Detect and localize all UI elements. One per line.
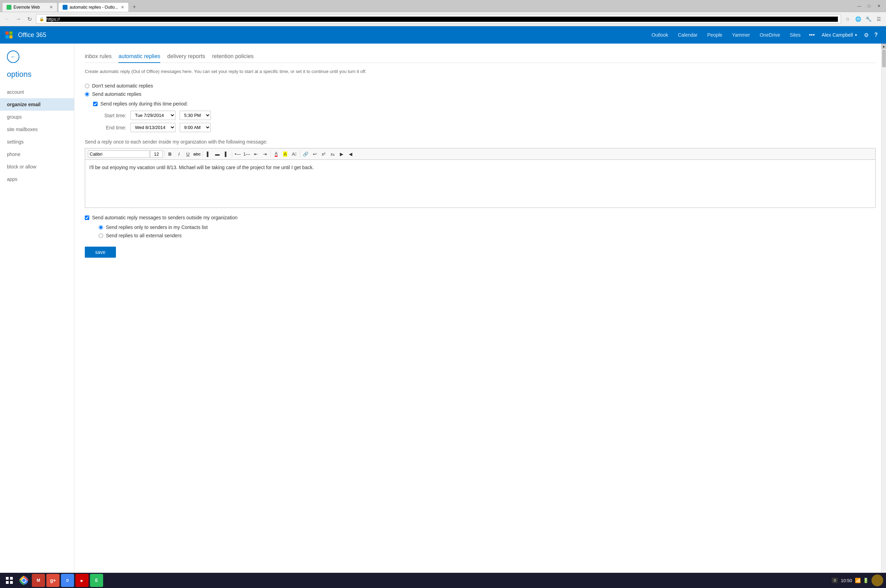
sidebar-item-settings[interactable]: settings xyxy=(0,136,74,148)
tab-delivery-reports[interactable]: delivery reports xyxy=(167,51,205,63)
rtl-button[interactable]: ◀ xyxy=(346,150,355,158)
start-time-select[interactable]: 5:30 PM xyxy=(180,111,211,120)
settings-icon[interactable]: ⚙ xyxy=(861,32,871,38)
end-date-select[interactable]: Wed 8/13/2014 xyxy=(131,123,176,132)
maximize-button[interactable]: □ xyxy=(865,2,874,10)
help-icon[interactable]: ? xyxy=(871,32,880,38)
radio-contacts-only[interactable] xyxy=(99,225,103,230)
taskbar-right: 0 10:50 📶 🔋 xyxy=(832,574,883,583)
font-color-button[interactable]: A xyxy=(272,150,280,158)
align-left-button[interactable]: ▌ xyxy=(204,150,212,158)
back-button[interactable]: ← xyxy=(7,51,20,63)
outlook-tab-title: automatic replies - Outlo... xyxy=(69,5,118,10)
bold-button[interactable]: B xyxy=(166,150,174,158)
sidebar-item-organize-email[interactable]: organize email xyxy=(0,98,74,111)
taskbar-docs[interactable]: D xyxy=(61,574,74,583)
insert-link-button[interactable]: 🔗 xyxy=(301,150,310,158)
align-center-button[interactable]: ▬ xyxy=(213,150,221,158)
clear-format-button[interactable]: A⃠ xyxy=(290,150,298,158)
message-editor[interactable]: I'll be out enjoying my vacation until 8… xyxy=(85,159,875,208)
url-input[interactable] xyxy=(47,16,838,22)
close-button[interactable]: ✕ xyxy=(874,2,883,10)
undo-button[interactable]: ↩ xyxy=(310,150,319,158)
nav-onedrive[interactable]: OneDrive xyxy=(755,26,785,44)
decrease-indent-button[interactable]: ⇤ xyxy=(251,150,260,158)
nav-yammer[interactable]: Yammer xyxy=(727,26,755,44)
sidebar-item-account[interactable]: account xyxy=(0,86,74,98)
sidebar-item-phone[interactable]: phone xyxy=(0,148,74,160)
radio-all-external-label[interactable]: Send replies to all external senders xyxy=(106,233,182,238)
radio-dont-send-label[interactable]: Don't send automatic replies xyxy=(92,83,153,88)
checkbox-time-period[interactable] xyxy=(93,102,98,106)
taskbar-gmail[interactable]: M xyxy=(32,574,45,583)
top-navigation: Office 365 Outlook Calendar People Yamme… xyxy=(0,26,886,44)
sidebar-item-groups[interactable]: groups xyxy=(0,111,74,123)
user-menu[interactable]: Alex Campbell ▼ xyxy=(818,32,861,38)
sidebar-item-apps[interactable]: apps xyxy=(0,173,74,185)
external-checkbox-label[interactable]: Send automatic reply messages to senders… xyxy=(92,215,238,220)
sidebar-item-block-or-allow[interactable]: block or allow xyxy=(0,160,74,173)
nav-people[interactable]: People xyxy=(702,26,728,44)
tab-inbox-rules[interactable]: inbox rules xyxy=(85,51,111,63)
radio-dont-send[interactable] xyxy=(85,84,89,88)
nav-more-button[interactable]: ••• xyxy=(805,32,818,38)
radio-send-group: Send automatic replies xyxy=(85,92,875,97)
checkbox-time-period-label[interactable]: Send replies only during this time perio… xyxy=(100,101,188,106)
menu-icon[interactable]: ☰ xyxy=(874,15,883,24)
strikethrough-button[interactable]: abc xyxy=(193,150,201,158)
nav-outlook[interactable]: Outlook xyxy=(647,26,673,44)
scroll-up-button[interactable]: ▲ xyxy=(881,44,886,49)
checkbox-external-senders[interactable] xyxy=(85,216,89,220)
radio-all-external[interactable] xyxy=(99,234,103,238)
outlook-tab-close[interactable]: ✕ xyxy=(121,5,124,10)
new-tab-button[interactable]: + xyxy=(129,2,139,12)
apps-button[interactable] xyxy=(3,574,16,583)
address-bar[interactable]: 🔒 xyxy=(36,14,841,24)
end-time-select[interactable]: 9:00 AM xyxy=(180,123,211,132)
italic-button[interactable]: I xyxy=(175,150,183,158)
underline-button[interactable]: U xyxy=(184,150,192,158)
taskbar-youtube[interactable]: ▶ xyxy=(75,574,89,583)
ltr-button[interactable]: ▶ xyxy=(337,150,346,158)
bookmark-icon[interactable]: ☆ xyxy=(843,15,852,24)
bullet-list-button[interactable]: •— xyxy=(234,150,242,158)
extension-icon[interactable]: 🔧 xyxy=(864,15,873,24)
align-right-button[interactable]: ▌ xyxy=(222,150,230,158)
nav-sites[interactable]: Sites xyxy=(785,26,805,44)
tab-outlook[interactable]: automatic replies - Outlo... ✕ xyxy=(58,2,129,12)
evernote-tab-close[interactable]: ✕ xyxy=(50,5,53,10)
window-controls: — □ ✕ xyxy=(855,2,883,10)
reload-button[interactable]: ↻ xyxy=(25,15,34,24)
numbered-list-button[interactable]: 1— xyxy=(243,150,251,158)
taskbar-google-plus[interactable]: g+ xyxy=(47,574,60,583)
nav-calendar[interactable]: Calendar xyxy=(673,26,702,44)
minimize-button[interactable]: — xyxy=(855,2,864,10)
radio-send[interactable] xyxy=(85,92,89,96)
taskbar-evernote[interactable]: E xyxy=(90,574,103,583)
sidebar-item-site-mailboxes[interactable]: site mailboxes xyxy=(0,123,74,136)
font-size-input[interactable] xyxy=(150,150,162,158)
highlight-color-button[interactable]: A xyxy=(281,150,289,158)
back-button[interactable]: ← xyxy=(3,15,12,24)
subscript-button[interactable]: x₂ xyxy=(328,150,337,158)
user-chevron-icon: ▼ xyxy=(854,33,857,37)
radio-send-label[interactable]: Send automatic replies xyxy=(92,92,141,97)
radio-contacts-only-label[interactable]: Send replies only to senders in my Conta… xyxy=(106,225,208,230)
font-name-input[interactable] xyxy=(88,150,149,158)
superscript-button[interactable]: x² xyxy=(319,150,328,158)
tab-automatic-replies[interactable]: automatic replies xyxy=(118,51,160,63)
translate-icon[interactable]: 🌐 xyxy=(853,15,862,24)
forward-button[interactable]: → xyxy=(14,15,23,24)
scroll-thumb[interactable] xyxy=(882,50,886,67)
save-button[interactable]: save xyxy=(85,247,116,258)
office-logo[interactable]: Office 365 xyxy=(6,32,47,39)
start-date-select[interactable]: Tue 7/29/2014 xyxy=(131,111,176,120)
scrollbar[interactable]: ▲ ▼ xyxy=(881,44,886,583)
increase-indent-button[interactable]: ⇥ xyxy=(260,150,269,158)
tab-retention-policies[interactable]: retention policies xyxy=(212,51,254,63)
taskbar-chrome[interactable] xyxy=(17,574,30,583)
taskbar-pet[interactable] xyxy=(871,574,883,583)
svg-rect-5 xyxy=(10,577,13,580)
tab-evernote[interactable]: Evernote Web ✕ xyxy=(2,2,57,12)
evernote-tab-title: Evernote Web xyxy=(14,5,47,10)
